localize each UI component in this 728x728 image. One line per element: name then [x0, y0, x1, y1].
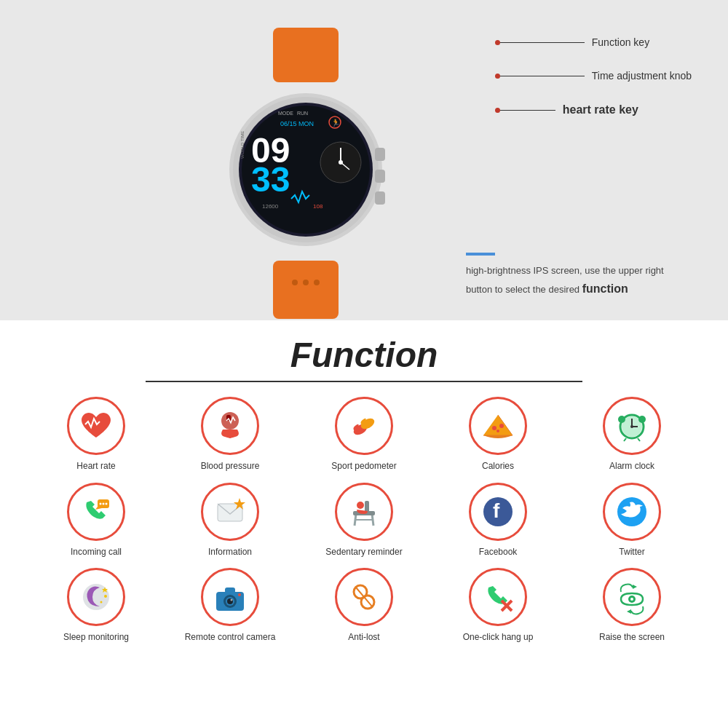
- function-remote-control-camera: Remote control camera: [163, 568, 297, 644]
- svg-point-75: [630, 598, 633, 601]
- svg-rect-1: [273, 261, 339, 319]
- sleep-icon-circle: [67, 568, 125, 626]
- function-heart-rate: Heart rate: [29, 397, 163, 472]
- svg-marker-76: [633, 585, 637, 589]
- watch-image: 06/15 MON 09 33 12600 108 MODE RUN WORL: [218, 28, 393, 322]
- alarm-clock-icon-circle: [603, 397, 661, 455]
- time-adjustment-label: Time adjustment knob: [497, 70, 692, 82]
- svg-point-54: [357, 502, 364, 509]
- heart-rate-icon-circle: [67, 397, 125, 455]
- facebook-icon-circle: f: [469, 483, 527, 541]
- heart-rate-key-label: heart rate key: [497, 103, 692, 116]
- svg-text:06/15 MON: 06/15 MON: [280, 120, 314, 127]
- incoming-call-icon-circle: [67, 483, 125, 541]
- svg-line-40: [624, 438, 626, 441]
- function-key-label: Function key: [497, 36, 692, 48]
- svg-point-31: [499, 424, 504, 428]
- function-one-click-hang-up: One-click hang up: [431, 568, 565, 644]
- svg-text:108: 108: [313, 203, 323, 210]
- description-text: high-brightness IPS screen, use the uppe…: [466, 253, 692, 298]
- svg-line-41: [638, 438, 640, 441]
- svg-point-39: [638, 416, 646, 423]
- function-raise-the-screen: Raise the screen: [565, 568, 699, 644]
- svg-point-30: [492, 426, 496, 430]
- function-incoming-call: Incoming call: [29, 483, 163, 558]
- function-title: Function: [7, 335, 721, 375]
- svg-text:🏃: 🏃: [331, 118, 341, 127]
- svg-point-61: [100, 601, 103, 604]
- svg-line-50: [372, 514, 373, 526]
- svg-rect-11: [375, 191, 385, 205]
- function-anti-lost: Anti-lost: [297, 568, 431, 644]
- watch-diagram-section: 06/15 MON 09 33 12600 108 MODE RUN WORL: [0, 0, 728, 320]
- function-alarm-clock: Alarm clock: [565, 397, 699, 472]
- svg-rect-10: [375, 170, 385, 183]
- svg-point-44: [100, 502, 102, 505]
- information-icon-circle: [201, 483, 259, 541]
- svg-line-49: [355, 514, 356, 526]
- svg-point-37: [630, 425, 633, 428]
- function-sleep-monitoring: Sleep monitoring: [29, 568, 163, 644]
- svg-point-60: [104, 595, 107, 598]
- svg-point-3: [303, 280, 309, 285]
- function-calories: Calories: [431, 397, 565, 472]
- svg-point-38: [618, 416, 625, 423]
- svg-point-67: [231, 599, 233, 601]
- svg-point-45: [103, 502, 105, 505]
- function-blood-pressure: Blood pressure: [163, 397, 297, 472]
- svg-point-2: [292, 280, 298, 285]
- svg-text:12600: 12600: [262, 203, 279, 210]
- svg-text:f: f: [493, 499, 500, 522]
- svg-rect-9: [375, 148, 385, 161]
- function-facebook: f Facebook: [431, 483, 565, 558]
- functions-section: Function Heart rate Blood pre: [0, 320, 728, 728]
- function-sedentary-reminder: Sedentary reminder: [297, 483, 431, 558]
- sport-icon-circle: [335, 397, 393, 455]
- svg-marker-77: [627, 609, 631, 614]
- function-grid: Heart rate Blood pressure: [7, 397, 721, 644]
- svg-rect-0: [273, 28, 339, 82]
- svg-point-46: [106, 502, 108, 505]
- svg-text:WORLD TIME: WORLD TIME: [240, 131, 245, 159]
- twitter-icon-circle: [603, 483, 661, 541]
- screen-icon-circle: [603, 568, 661, 626]
- svg-text:RUN: RUN: [297, 111, 308, 116]
- sedentary-icon-circle: [335, 483, 393, 541]
- calories-icon-circle: [469, 397, 527, 455]
- svg-text:33: 33: [251, 160, 290, 199]
- anti-lost-icon-circle: [335, 568, 393, 626]
- title-divider: [146, 381, 582, 382]
- svg-point-32: [496, 430, 499, 432]
- svg-point-68: [238, 593, 241, 596]
- svg-point-18: [339, 160, 343, 165]
- svg-text:MODE: MODE: [278, 111, 293, 116]
- labels-container: Function key Time adjustment knob heart …: [497, 36, 692, 116]
- function-information: Information: [163, 483, 297, 558]
- blood-pressure-icon-circle: [201, 397, 259, 455]
- svg-point-4: [314, 280, 320, 285]
- camera-icon-circle: [201, 568, 259, 626]
- svg-rect-63: [225, 587, 235, 593]
- function-sport-pedometer: Sport pedometer: [297, 397, 431, 472]
- function-twitter: Twitter: [565, 483, 699, 558]
- hangup-icon-circle: [469, 568, 527, 626]
